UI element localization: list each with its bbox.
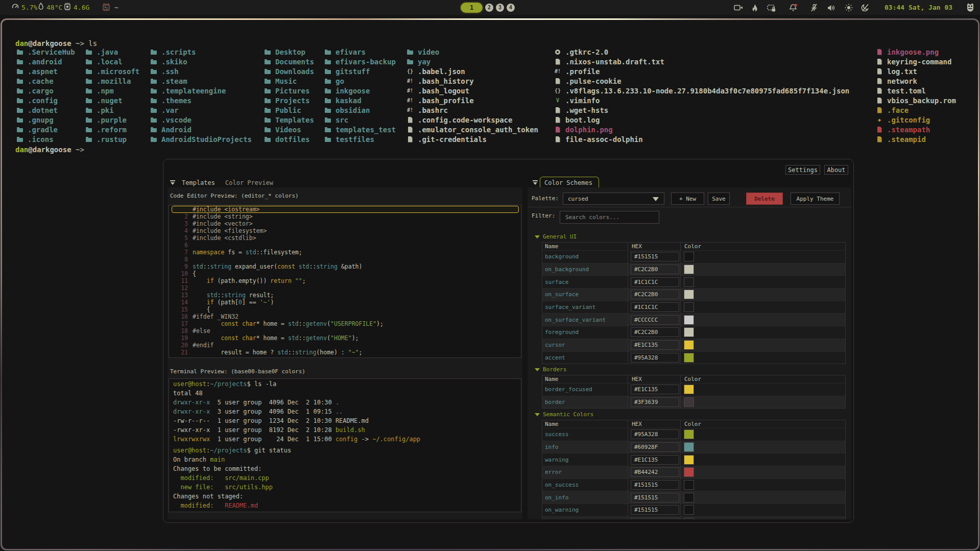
hex-input[interactable]: #1C1C1C	[631, 302, 679, 312]
file-entry[interactable]: boot.log	[554, 115, 849, 125]
file-entry[interactable]: .face	[876, 105, 956, 115]
hex-input[interactable]: #3F3639	[631, 397, 679, 407]
file-entry[interactable]: Documents	[264, 57, 314, 66]
hex-input[interactable]: #C2C2B0	[631, 327, 679, 337]
file-entry[interactable]: .config	[16, 95, 75, 105]
file-entry[interactable]: .pulse-cookie	[554, 76, 849, 86]
file-entry[interactable]: .config.code-workspace	[407, 115, 538, 125]
file-entry[interactable]: yay	[407, 57, 538, 66]
file-entry[interactable]: ◆.gitconfig	[876, 115, 956, 125]
file-entry[interactable]: .reform	[85, 125, 139, 134]
file-entry[interactable]: {}.v8flags.13.6.233.10-node.27.9180b4da3…	[554, 86, 849, 95]
file-entry[interactable]: .cargo	[16, 86, 75, 95]
delete-button[interactable]: Delete	[746, 193, 783, 205]
file-entry[interactable]: .nuget	[85, 95, 139, 105]
file-entry[interactable]: #!.bashrc	[407, 105, 538, 115]
file-entry[interactable]: .pki	[85, 105, 139, 115]
save-button[interactable]: Save	[708, 193, 730, 205]
workspace-4[interactable]: 4	[507, 4, 515, 12]
file-entry[interactable]: inkgoose.png	[876, 47, 956, 57]
file-entry[interactable]: V.viminfo	[554, 95, 849, 105]
color-swatch[interactable]	[684, 327, 694, 337]
hex-input[interactable]: #1C1C1C	[631, 277, 679, 287]
color-swatch[interactable]	[684, 252, 694, 261]
file-entry[interactable]: .mozilla	[85, 76, 139, 86]
hex-input[interactable]: #CCCCCC	[631, 315, 679, 325]
hex-input[interactable]: #E1C135	[631, 385, 679, 394]
file-entry[interactable]: src	[324, 115, 396, 125]
file-entry[interactable]: .var	[150, 105, 252, 115]
file-entry[interactable]: obsidian	[324, 105, 396, 115]
color-swatch[interactable]	[684, 480, 694, 490]
color-swatch[interactable]	[684, 290, 694, 299]
file-entry[interactable]: dotfiles	[264, 134, 314, 144]
file-entry[interactable]: testfiles	[324, 134, 396, 144]
workspace-3[interactable]: 3	[496, 4, 504, 12]
color-swatch[interactable]	[684, 353, 694, 363]
hex-input[interactable]: #E1C135	[631, 455, 679, 465]
file-entry[interactable]: #!.bash_history	[407, 76, 538, 86]
file-entry[interactable]: .gtkrc-2.0	[554, 47, 849, 57]
file-entry[interactable]: templates_test	[324, 125, 396, 134]
file-entry[interactable]: Pictures	[264, 86, 314, 95]
color-swatch[interactable]	[684, 518, 694, 519]
workspace-1[interactable]: 1	[461, 3, 483, 13]
file-entry[interactable]: file-assoc-dolphin	[554, 134, 849, 144]
color-swatch[interactable]	[684, 397, 694, 407]
hex-input[interactable]: #60928F	[631, 442, 679, 452]
file-entry[interactable]: Videos	[264, 125, 314, 134]
file-entry[interactable]: .rustup	[85, 134, 139, 144]
file-entry[interactable]: dolphin.png	[554, 125, 849, 134]
color-swatch[interactable]	[684, 455, 694, 465]
file-entry[interactable]: .cache	[16, 76, 75, 86]
brightness-icon[interactable]	[844, 3, 853, 12]
night-light-off-icon[interactable]	[861, 3, 870, 12]
file-entry[interactable]: .aspnet	[16, 66, 75, 76]
color-swatch[interactable]	[684, 467, 694, 477]
tab-color-schemes[interactable]: Color Schemes	[544, 179, 592, 186]
file-entry[interactable]: .ServiceHub	[16, 47, 75, 57]
hex-input[interactable]: #95A328	[631, 353, 679, 363]
apply-theme-button[interactable]: Apply Theme	[791, 193, 840, 205]
hex-input[interactable]: #151515	[631, 252, 679, 261]
file-entry[interactable]: Music	[264, 76, 314, 86]
file-entry[interactable]: .scripts	[150, 47, 252, 57]
hex-input[interactable]: #151515	[631, 480, 679, 490]
about-button[interactable]: About	[824, 165, 848, 175]
owl-icon[interactable]	[966, 3, 975, 12]
fire-icon[interactable]	[750, 3, 759, 12]
color-swatch[interactable]	[684, 315, 694, 325]
file-entry[interactable]: AndroidStudioProjects	[150, 134, 252, 144]
palette-dropdown[interactable]: cursed	[563, 193, 664, 205]
file-entry[interactable]: .java	[85, 47, 139, 57]
section-collapse-icon[interactable]	[535, 235, 540, 238]
file-entry[interactable]: vbios_backup.rom	[876, 95, 956, 105]
file-entry[interactable]: test.toml	[876, 86, 956, 95]
file-entry[interactable]: gitstuff	[324, 66, 396, 76]
screencast-icon[interactable]	[734, 3, 743, 12]
new-button[interactable]: + New	[671, 193, 704, 205]
volume-icon[interactable]	[826, 3, 835, 12]
color-swatch[interactable]	[684, 340, 694, 350]
hex-input[interactable]: #B44242	[631, 467, 679, 477]
search-input[interactable]: Search colors...	[560, 211, 659, 224]
file-entry[interactable]: Templates	[264, 115, 314, 125]
file-entry[interactable]: .gnupg	[16, 115, 75, 125]
file-entry[interactable]: efivars-backup	[324, 57, 396, 66]
file-entry[interactable]: .ssh	[150, 66, 252, 76]
hex-input[interactable]: #C2C2B0	[631, 265, 679, 274]
file-entry[interactable]: .skiko	[150, 57, 252, 66]
file-entry[interactable]: Projects	[264, 95, 314, 105]
hex-input[interactable]: #E1C135	[631, 340, 679, 350]
file-entry[interactable]: .templateengine	[150, 86, 252, 95]
file-entry[interactable]: #!.bash_logout	[407, 86, 538, 95]
file-entry[interactable]: .purple	[85, 115, 139, 125]
workspace-2[interactable]: 2	[485, 4, 493, 12]
file-entry[interactable]: #!.profile	[554, 66, 849, 76]
mic-off-icon[interactable]	[809, 3, 819, 12]
file-entry[interactable]: Downloads	[264, 66, 314, 76]
collapse-left-icon[interactable]	[170, 180, 176, 185]
hex-input[interactable]: #95A328	[631, 429, 679, 439]
file-entry[interactable]: .nixos-unstab.draft.txt	[554, 57, 849, 66]
file-entry[interactable]: .steampath	[876, 125, 956, 134]
